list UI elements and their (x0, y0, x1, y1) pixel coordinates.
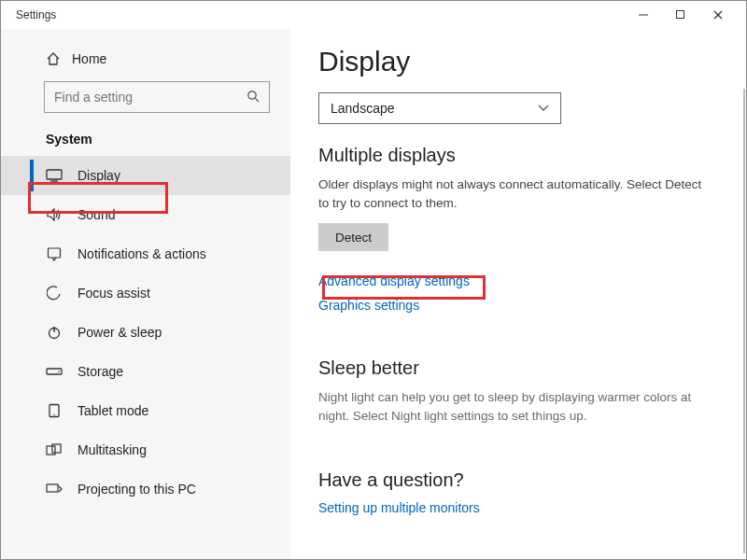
minimize-button[interactable] (638, 9, 658, 21)
sidebar-item-label: Focus assist (78, 286, 150, 301)
svg-rect-8 (49, 248, 61, 258)
sidebar-item-focus-assist[interactable]: Focus assist (1, 273, 290, 313)
tablet-icon (46, 403, 63, 418)
window-body: Home System Display (1, 29, 746, 559)
main-panel: Display Landscape Multiple displays Olde… (290, 29, 746, 559)
question-link[interactable]: Setting up multiple monitors (318, 500, 720, 515)
category-label: System (1, 126, 290, 156)
question-heading: Have a question? (318, 469, 720, 491)
sidebar-item-projecting[interactable]: Projecting to this PC (1, 469, 290, 509)
svg-rect-6 (47, 170, 62, 179)
sidebar-item-sound[interactable]: Sound (1, 195, 290, 234)
display-icon (46, 169, 63, 182)
home-icon (46, 51, 61, 66)
search-box[interactable] (44, 81, 270, 113)
orientation-value: Landscape (331, 101, 395, 116)
sidebar-item-storage[interactable]: Storage (1, 352, 290, 391)
search-icon (247, 90, 260, 103)
power-icon (46, 325, 63, 340)
svg-rect-17 (47, 484, 58, 492)
page-title: Display (318, 46, 720, 77)
detect-button[interactable]: Detect (318, 223, 388, 251)
sidebar-item-multitasking[interactable]: Multitasking (1, 430, 290, 469)
sidebar-nav: Display Sound Notifications & actions (1, 156, 290, 509)
search-input[interactable] (54, 90, 260, 105)
svg-rect-15 (47, 446, 55, 455)
sidebar-item-label: Power & sleep (78, 325, 162, 340)
graphics-settings-link[interactable]: Graphics settings (318, 298, 720, 313)
window-controls (638, 9, 739, 21)
sleep-better-heading: Sleep better (318, 357, 720, 379)
advanced-display-settings-link[interactable]: Advanced display settings (318, 273, 720, 288)
sidebar: Home System Display (1, 29, 290, 559)
sidebar-item-label: Sound (78, 207, 115, 222)
scrollbar[interactable] (743, 89, 745, 553)
svg-point-12 (58, 371, 60, 372)
orientation-select[interactable]: Landscape (318, 92, 561, 124)
chevron-down-icon (538, 105, 549, 112)
svg-line-5 (255, 98, 259, 102)
focus-icon (46, 286, 63, 301)
settings-window: Settings Home (0, 0, 747, 560)
question-section: Have a question? Setting up multiple mon… (318, 469, 720, 515)
sidebar-item-display[interactable]: Display (1, 156, 290, 195)
sleep-better-desc: Night light can help you get to sleep by… (318, 388, 711, 425)
sound-icon (46, 207, 63, 222)
svg-rect-16 (52, 444, 61, 453)
home-label: Home (72, 51, 106, 66)
sidebar-item-label: Multitasking (78, 442, 147, 457)
close-button[interactable] (712, 9, 733, 21)
sidebar-item-label: Projecting to this PC (78, 482, 196, 497)
sidebar-item-notifications[interactable]: Notifications & actions (1, 234, 290, 273)
svg-point-4 (248, 91, 256, 99)
sidebar-item-label: Notifications & actions (78, 246, 206, 261)
sidebar-item-tablet-mode[interactable]: Tablet mode (1, 391, 290, 430)
maximize-button[interactable] (675, 9, 696, 21)
titlebar: Settings (1, 1, 746, 29)
project-icon (46, 483, 63, 496)
svg-point-14 (53, 414, 54, 415)
storage-icon (46, 366, 63, 377)
window-title: Settings (16, 8, 56, 21)
sidebar-item-label: Tablet mode (78, 403, 148, 418)
svg-rect-1 (677, 11, 684, 19)
multiple-displays-desc: Older displays might not always connect … (318, 175, 711, 212)
home-link[interactable]: Home (1, 46, 290, 77)
sidebar-item-label: Storage (78, 364, 123, 379)
notifications-icon (46, 246, 63, 261)
sidebar-item-label: Display (78, 168, 120, 183)
multiple-displays-heading: Multiple displays (318, 145, 720, 166)
multitasking-icon (46, 443, 63, 456)
sidebar-item-power-sleep[interactable]: Power & sleep (1, 313, 290, 352)
